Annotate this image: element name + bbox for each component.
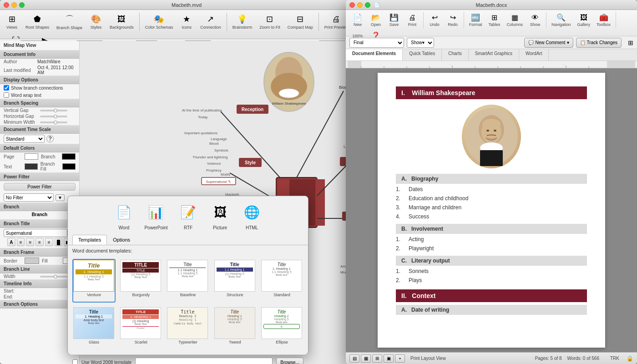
traffic-lights[interactable] bbox=[4, 2, 25, 8]
smartart-tab[interactable]: SmartArt Graphics bbox=[469, 49, 519, 61]
tweed-template[interactable]: Title Heading 1 Heading 5 Body text Twee… bbox=[213, 306, 257, 350]
view-btn-4[interactable]: ▣ bbox=[384, 354, 394, 363]
picture-format-option[interactable]: 🖼 Picture bbox=[209, 201, 232, 230]
scarlet-template[interactable]: TITLE 1. HEADING 1 (1) Heading Body Text… bbox=[119, 306, 162, 350]
filter-select[interactable]: No Filter bbox=[4, 193, 54, 202]
maximize-button[interactable] bbox=[19, 2, 25, 8]
views-btn[interactable]: ⊞ Views bbox=[3, 12, 21, 31]
track-changes-btn[interactable]: 📋 Track Changes bbox=[576, 38, 622, 48]
word-format-option[interactable]: 📄 Word bbox=[112, 201, 135, 230]
minimize-button[interactable] bbox=[11, 2, 17, 8]
word-min-btn[interactable] bbox=[357, 2, 363, 8]
filter-options-btn[interactable]: ▼ bbox=[56, 194, 65, 201]
navigation-btn[interactable]: 🔍 Navigation bbox=[549, 12, 573, 28]
connection-icon: ↗ bbox=[207, 14, 214, 24]
view-btn-1[interactable]: ▤ bbox=[349, 354, 359, 363]
gallery-btn[interactable]: 🖼 Gallery bbox=[575, 12, 593, 28]
word-close-btn[interactable] bbox=[349, 2, 355, 8]
options-tab[interactable]: Options bbox=[107, 235, 136, 245]
typewriter-template[interactable]: Title Heading 2 Heading 1 Cambria body t… bbox=[166, 306, 209, 350]
word-wrap-checkbox[interactable] bbox=[4, 92, 9, 98]
fill-toggle-btn[interactable]: █ bbox=[55, 238, 63, 246]
undo-label: Undo bbox=[430, 22, 440, 27]
export-path-input[interactable] bbox=[135, 358, 273, 364]
bold-btn[interactable]: A bbox=[7, 238, 15, 246]
toolbox-btn[interactable]: 🧰 Toolbox bbox=[594, 12, 613, 28]
word2008-checkbox[interactable] bbox=[72, 359, 78, 364]
svg-text:Style: Style bbox=[245, 160, 256, 165]
min-width-slider[interactable] bbox=[40, 121, 67, 123]
align-left-btn[interactable]: ≡ bbox=[17, 238, 25, 246]
brainstorm-btn[interactable]: 💡 Brainstorm bbox=[230, 12, 255, 31]
wordart-tab[interactable]: WordArt bbox=[519, 49, 549, 61]
style-select[interactable]: Final bbox=[349, 38, 404, 48]
time-scale-help[interactable]: ? bbox=[46, 135, 54, 142]
backgrounds-btn[interactable]: 🖼 Backgrounds bbox=[107, 13, 136, 31]
charts-tab[interactable]: Charts bbox=[442, 49, 468, 61]
education-text: Education and childhood bbox=[409, 195, 468, 202]
svg-text:·: · bbox=[450, 62, 450, 66]
icons-btn[interactable]: ★ Icons bbox=[177, 12, 196, 31]
text-color-swatch[interactable] bbox=[25, 163, 38, 170]
rtf-format-option[interactable]: 📝 RTF bbox=[177, 201, 200, 230]
new-btn[interactable]: 📄 New bbox=[349, 12, 366, 28]
vertical-gap-slider[interactable] bbox=[40, 110, 67, 111]
time-scale-select[interactable]: Standard bbox=[4, 135, 45, 143]
align-right-btn[interactable]: ≡ bbox=[35, 238, 44, 246]
html-format-option[interactable]: 🌐 HTML bbox=[241, 201, 263, 230]
border-color[interactable] bbox=[25, 258, 39, 264]
print-btn[interactable]: 🖨 Print bbox=[404, 12, 420, 28]
tables-btn[interactable]: ⊞ Tables bbox=[486, 12, 503, 28]
branch-color-swatch[interactable] bbox=[62, 153, 76, 160]
format-bar-expand[interactable]: ⊞ bbox=[628, 39, 633, 46]
browse-button[interactable]: Browse... bbox=[276, 358, 303, 364]
open-btn[interactable]: 📂 Open bbox=[368, 12, 384, 28]
new-comment-btn[interactable]: 💬 New Comment ▾ bbox=[524, 38, 573, 48]
glass-template[interactable]: Title 1. Heading 1 Arial body text Body … bbox=[72, 306, 116, 350]
show-btn[interactable]: 👁 Show bbox=[527, 12, 543, 28]
power-filter-btn[interactable]: Power Filter bbox=[4, 183, 76, 191]
standard-template[interactable]: Title 1. Heading 1 1.1 Heading 5 Body te… bbox=[260, 259, 303, 303]
horizontal-gap-slider[interactable] bbox=[40, 116, 67, 117]
view-btn-2[interactable]: ▦ bbox=[361, 354, 371, 363]
branch-title-input[interactable] bbox=[4, 229, 67, 237]
structure-template[interactable]: Title 1.1 Heading 1 (1) Heading 5 Body T… bbox=[213, 259, 257, 303]
format-btn[interactable]: 🔤 Format bbox=[467, 12, 485, 28]
save-btn[interactable]: 💾 Save bbox=[386, 12, 402, 28]
styles-icon: 🎨 bbox=[91, 14, 101, 24]
burgundy-template[interactable]: TITLE TITLE (1) Heading 5 Body Text Burg… bbox=[119, 259, 162, 303]
venture-template[interactable]: Title 1. Heading 1 1.1 Heading 5 Body Te… bbox=[72, 259, 116, 303]
width-slider[interactable] bbox=[40, 276, 67, 278]
baseline-template[interactable]: Title 1.1 Heading 1 1.1 Heading 5 Body t… bbox=[166, 259, 209, 303]
align-justify-btn[interactable]: ≡ bbox=[45, 238, 53, 246]
view-btn-5[interactable]: ▪ bbox=[395, 354, 405, 363]
word-traffic-lights[interactable] bbox=[349, 2, 370, 8]
view-btn-3[interactable]: ⊞ bbox=[372, 354, 382, 363]
word-sep-2 bbox=[464, 12, 464, 28]
undo-btn[interactable]: ↩ Undo bbox=[426, 12, 443, 28]
show-select[interactable]: Show▾ bbox=[407, 38, 434, 48]
powerpoint-format-option[interactable]: 📊 PowerPoint bbox=[144, 201, 167, 230]
ellipse-label: Ellipse bbox=[261, 340, 303, 344]
ellipse-template[interactable]: Title Heading 1 Heading 5 Body text ① El… bbox=[260, 306, 303, 350]
connection-btn[interactable]: ↗ Connection bbox=[197, 12, 224, 31]
show-connections-checkbox[interactable] bbox=[4, 85, 9, 91]
redo-btn[interactable]: ↪ Redo bbox=[445, 12, 461, 28]
align-center-btn[interactable]: ≡ bbox=[26, 238, 34, 246]
doc-elements-tab[interactable]: Document Elements bbox=[346, 49, 403, 61]
word-max-btn[interactable] bbox=[365, 2, 370, 8]
color-schemas-btn[interactable]: 🎭 Color Schemas bbox=[142, 12, 176, 31]
zoom-to-fit-btn[interactable]: ⊡ Zoom to Fit bbox=[257, 12, 283, 31]
styles-btn[interactable]: 🎨 Styles bbox=[87, 12, 105, 31]
close-button[interactable] bbox=[4, 2, 9, 8]
mindmap-window: Macbeth.mvd ⊞ Views ⬟ Root Shapes ⌒ Bran… bbox=[0, 0, 373, 364]
branch-fill-swatch[interactable] bbox=[62, 163, 76, 170]
doc-area[interactable]: I. William Shakespeare bbox=[346, 68, 637, 352]
compact-map-btn[interactable]: ⊟ Compact Map bbox=[285, 12, 316, 31]
columns-btn[interactable]: ▦ Columns bbox=[505, 12, 526, 28]
root-shapes-btn[interactable]: ⬟ Root Shapes bbox=[23, 12, 52, 31]
page-color-swatch[interactable] bbox=[25, 153, 38, 160]
branch-shape-btn[interactable]: ⌒ Branch Shape bbox=[54, 12, 85, 32]
templates-tab[interactable]: Templates bbox=[72, 235, 107, 245]
quick-tables-tab[interactable]: Quick Tables bbox=[403, 49, 442, 61]
